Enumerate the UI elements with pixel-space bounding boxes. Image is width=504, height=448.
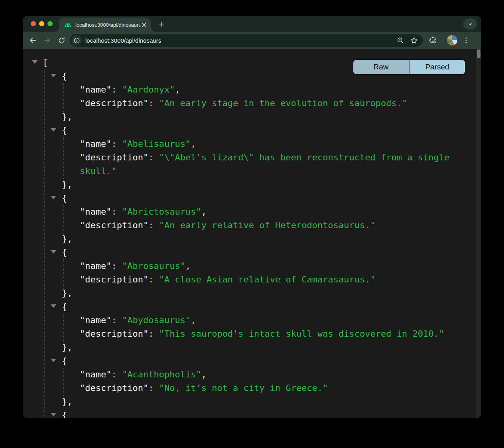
collapse-triangle-icon[interactable] — [51, 128, 56, 132]
json-line-open: { — [23, 246, 476, 259]
json-entries: {"name": "Aardonyx","description": "An e… — [23, 69, 476, 418]
browser-tab[interactable]: localhost:3000/api/dinosaurs — [59, 18, 151, 32]
browser-window: localhost:3000/api/dinosaurs — [23, 16, 481, 418]
json-key-value-line: "name": "Abrosaurus", — [23, 259, 476, 273]
json-string-value: "This sauropod's intact skull was discov… — [159, 329, 444, 339]
json-key: "name" — [80, 315, 111, 325]
json-key-value-line: "name": "Abydosaurus", — [23, 314, 476, 327]
collapse-triangle-icon[interactable] — [51, 413, 56, 416]
back-button[interactable] — [27, 34, 39, 46]
colon: : — [148, 329, 159, 339]
json-line-close: }, — [23, 178, 476, 191]
colon: : — [148, 220, 159, 230]
json-string-value: "No, it's not a city in Greece." — [159, 383, 328, 393]
json-string-value: "Abrosaurus" — [122, 261, 185, 271]
json-key-value-line: "name": "Abrictosaurus", — [23, 205, 476, 219]
forward-arrow-icon — [43, 36, 51, 44]
minimize-window-button[interactable] — [39, 21, 44, 26]
comma: , — [201, 369, 207, 379]
json-entry: {"name": "Abrictosaurus","description": … — [23, 191, 476, 246]
object-open-brace: { — [62, 410, 67, 418]
traffic-lights — [31, 21, 53, 26]
colon: : — [111, 85, 122, 95]
extensions-button[interactable] — [428, 36, 438, 45]
json-key: "description" — [80, 329, 148, 339]
view-toggle: Raw Parsed — [353, 60, 465, 74]
object-close-brace: }, — [62, 234, 73, 244]
tab-close-button[interactable] — [140, 21, 148, 28]
tab-strip: localhost:3000/api/dinosaurs — [23, 16, 481, 32]
kebab-menu-icon — [463, 37, 470, 44]
json-key: "description" — [80, 383, 148, 393]
json-string-value: "An early stage in the evolution of saur… — [159, 98, 408, 108]
json-entry: {"name": "Acanthopholis","description": … — [23, 354, 476, 409]
colon: : — [111, 261, 122, 271]
json-string-value: "An early relative of Heterodontosaurus.… — [159, 220, 376, 230]
json-line-close: }, — [23, 395, 476, 409]
json-key: "description" — [80, 98, 148, 108]
json-string-value: "Abelisaurus" — [122, 139, 191, 149]
object-open-brace: { — [62, 247, 67, 257]
tab-search-button[interactable] — [463, 18, 477, 30]
json-key: "description" — [80, 152, 148, 162]
json-key: "name" — [80, 207, 111, 217]
json-key: "name" — [80, 369, 111, 379]
json-line-open: { — [23, 354, 476, 368]
colon: : — [111, 139, 122, 149]
json-key-value-line: "description": "This sauropod's intact s… — [23, 327, 476, 341]
json-entry: {"name": "Aardonyx","description": "An e… — [23, 69, 476, 124]
bookmark-button[interactable] — [409, 36, 419, 45]
nuxt-favicon-icon — [64, 21, 72, 29]
json-string-value: "A close Asian relative of Camarasaurus.… — [159, 274, 376, 284]
maximize-window-button[interactable] — [47, 21, 53, 26]
collapse-triangle-icon[interactable] — [51, 196, 56, 199]
collapse-triangle-icon[interactable] — [51, 74, 56, 77]
parsed-button[interactable]: Parsed — [409, 60, 465, 74]
json-string-value: "Abydosaurus" — [122, 315, 191, 325]
json-key-value-line: "description": "\"Abel's lizard\" has be… — [23, 151, 476, 178]
colon: : — [111, 369, 122, 379]
collapse-triangle-icon[interactable] — [51, 250, 56, 254]
reload-icon — [58, 37, 65, 44]
object-open-brace: { — [62, 125, 67, 135]
object-open-brace: { — [62, 356, 67, 366]
collapse-triangle-icon[interactable] — [51, 359, 56, 362]
raw-button[interactable]: Raw — [353, 60, 409, 74]
json-line-close: }, — [23, 286, 476, 300]
address-bar[interactable]: localhost:3000/api/dinosaurs — [70, 34, 423, 47]
forward-button[interactable] — [41, 34, 53, 46]
object-close-brace: }, — [62, 112, 73, 122]
comma: , — [191, 315, 196, 325]
collapse-triangle-icon[interactable] — [32, 60, 37, 64]
json-key: "name" — [80, 139, 111, 149]
json-key: "description" — [80, 274, 148, 284]
zoom-button[interactable] — [396, 36, 405, 45]
json-line-open: { — [23, 409, 476, 418]
puzzle-icon — [429, 36, 437, 44]
url-text[interactable]: localhost:3000/api/dinosaurs — [85, 37, 392, 44]
toolbar-separator — [443, 36, 443, 44]
collapse-triangle-icon[interactable] — [51, 304, 56, 308]
scrollbar[interactable] — [476, 49, 481, 418]
reload-button[interactable] — [55, 34, 67, 46]
colon: : — [148, 274, 159, 284]
close-window-button[interactable] — [31, 21, 36, 26]
json-key-value-line: "description": "No, it's not a city in G… — [23, 381, 476, 395]
json-string-value: "Aardonyx" — [122, 85, 175, 95]
json-viewer: [ {"name": "Aardonyx","description": "An… — [23, 49, 481, 418]
back-arrow-icon — [29, 36, 37, 44]
magnifier-plus-icon — [397, 37, 404, 44]
json-line-open: { — [23, 300, 476, 314]
info-icon — [73, 37, 80, 44]
comma: , — [191, 139, 196, 149]
browser-menu-button[interactable] — [461, 36, 471, 45]
json-line-close: }, — [23, 110, 476, 124]
profile-avatar[interactable] — [447, 35, 457, 45]
site-info-button[interactable] — [71, 35, 82, 45]
object-open-brace: { — [62, 193, 67, 203]
scrollbar-thumb[interactable] — [477, 49, 480, 58]
new-tab-button[interactable] — [156, 19, 167, 30]
colon: : — [111, 315, 122, 325]
json-key-value-line: "name": "Abelisaurus", — [23, 137, 476, 151]
chevron-down-icon — [468, 22, 473, 27]
